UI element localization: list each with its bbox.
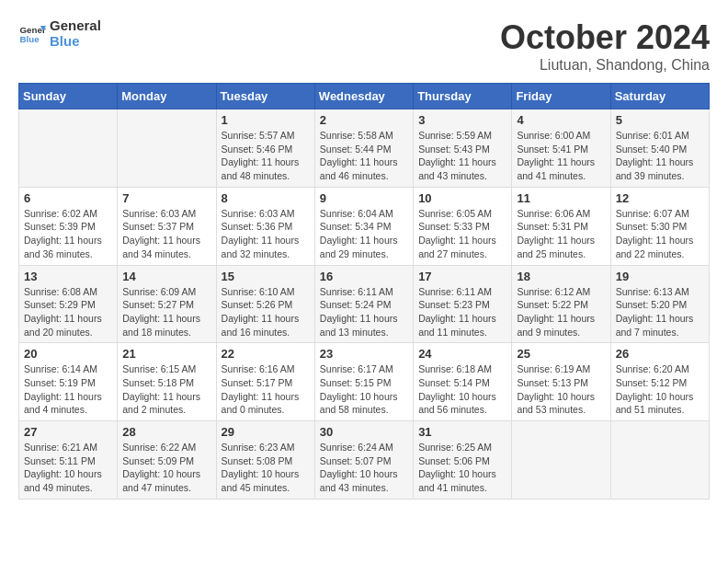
day-number: 21 (122, 347, 210, 361)
day-info: Sunrise: 6:05 AM Sunset: 5:33 PM Dayligh… (418, 207, 506, 261)
day-number: 29 (222, 425, 310, 439)
day-info: Sunrise: 6:21 AM Sunset: 5:11 PM Dayligh… (24, 441, 112, 495)
header-saturday: Saturday (610, 84, 709, 109)
day-info: Sunrise: 6:16 AM Sunset: 5:17 PM Dayligh… (222, 362, 310, 417)
logo-line1: General (50, 18, 101, 34)
header-monday: Monday (118, 84, 216, 109)
day-info: Sunrise: 6:24 AM Sunset: 5:07 PM Dayligh… (320, 441, 408, 495)
day-number: 1 (222, 113, 310, 127)
logo: General Blue General Blue (18, 18, 101, 49)
calendar-cell: 10Sunrise: 6:05 AM Sunset: 5:33 PM Dayli… (414, 187, 512, 265)
day-number: 12 (616, 191, 704, 205)
day-number: 22 (222, 347, 310, 361)
calendar-cell: 23Sunrise: 6:17 AM Sunset: 5:15 PM Dayli… (314, 343, 413, 421)
calendar-cell (19, 109, 118, 188)
day-number: 5 (616, 113, 704, 127)
header-thursday: Thursday (414, 84, 512, 109)
day-number: 28 (122, 425, 210, 439)
day-info: Sunrise: 6:13 AM Sunset: 5:20 PM Dayligh… (616, 285, 704, 339)
calendar-cell: 9Sunrise: 6:04 AM Sunset: 5:34 PM Daylig… (314, 187, 413, 265)
day-number: 30 (320, 425, 408, 439)
calendar-cell: 13Sunrise: 6:08 AM Sunset: 5:29 PM Dayli… (19, 265, 118, 343)
calendar-week-row: 1Sunrise: 5:57 AM Sunset: 5:46 PM Daylig… (19, 109, 710, 188)
day-number: 7 (122, 191, 210, 205)
day-info: Sunrise: 6:12 AM Sunset: 5:22 PM Dayligh… (517, 285, 605, 339)
day-info: Sunrise: 6:03 AM Sunset: 5:36 PM Dayligh… (222, 207, 310, 261)
calendar-cell: 24Sunrise: 6:18 AM Sunset: 5:14 PM Dayli… (414, 343, 512, 421)
logo-line2: Blue (50, 34, 101, 50)
calendar-cell: 30Sunrise: 6:24 AM Sunset: 5:07 PM Dayli… (314, 421, 413, 500)
page-header: General Blue General Blue October 2024 L… (18, 18, 710, 74)
calendar-cell: 27Sunrise: 6:21 AM Sunset: 5:11 PM Dayli… (19, 421, 118, 500)
calendar-week-row: 27Sunrise: 6:21 AM Sunset: 5:11 PM Dayli… (19, 421, 710, 500)
calendar-cell: 18Sunrise: 6:12 AM Sunset: 5:22 PM Dayli… (512, 265, 610, 343)
logo-icon: General Blue (18, 20, 46, 48)
header-tuesday: Tuesday (216, 84, 314, 109)
day-info: Sunrise: 6:06 AM Sunset: 5:31 PM Dayligh… (517, 207, 605, 261)
day-info: Sunrise: 6:01 AM Sunset: 5:40 PM Dayligh… (616, 129, 704, 183)
day-info: Sunrise: 5:57 AM Sunset: 5:46 PM Dayligh… (222, 129, 310, 183)
day-info: Sunrise: 6:08 AM Sunset: 5:29 PM Dayligh… (24, 285, 112, 339)
calendar-cell: 20Sunrise: 6:14 AM Sunset: 5:19 PM Dayli… (19, 343, 118, 421)
header-sunday: Sunday (19, 84, 118, 109)
svg-text:Blue: Blue (20, 34, 40, 44)
calendar-cell: 6Sunrise: 6:02 AM Sunset: 5:39 PM Daylig… (19, 187, 118, 265)
calendar-cell: 25Sunrise: 6:19 AM Sunset: 5:13 PM Dayli… (512, 343, 610, 421)
day-info: Sunrise: 6:04 AM Sunset: 5:34 PM Dayligh… (320, 207, 408, 261)
day-info: Sunrise: 6:09 AM Sunset: 5:27 PM Dayligh… (122, 285, 210, 339)
title-block: October 2024 Liutuan, Shandong, China (500, 18, 710, 74)
calendar-cell: 5Sunrise: 6:01 AM Sunset: 5:40 PM Daylig… (610, 109, 709, 188)
calendar-cell: 29Sunrise: 6:23 AM Sunset: 5:08 PM Dayli… (216, 421, 314, 500)
calendar-cell: 26Sunrise: 6:20 AM Sunset: 5:12 PM Dayli… (610, 343, 709, 421)
day-number: 15 (222, 270, 310, 283)
day-number: 23 (320, 347, 408, 361)
day-number: 4 (517, 113, 605, 127)
day-number: 3 (418, 113, 506, 127)
day-info: Sunrise: 6:10 AM Sunset: 5:26 PM Dayligh… (222, 285, 310, 339)
calendar-cell: 3Sunrise: 5:59 AM Sunset: 5:43 PM Daylig… (414, 109, 512, 188)
day-number: 11 (517, 191, 605, 205)
header-friday: Friday (512, 84, 610, 109)
calendar-cell: 28Sunrise: 6:22 AM Sunset: 5:09 PM Dayli… (118, 421, 216, 500)
calendar-cell: 1Sunrise: 5:57 AM Sunset: 5:46 PM Daylig… (216, 109, 314, 188)
day-number: 13 (24, 270, 112, 283)
day-number: 31 (418, 425, 506, 439)
day-info: Sunrise: 6:11 AM Sunset: 5:24 PM Dayligh… (320, 285, 408, 339)
day-info: Sunrise: 6:18 AM Sunset: 5:14 PM Dayligh… (418, 362, 506, 417)
calendar-cell: 7Sunrise: 6:03 AM Sunset: 5:37 PM Daylig… (118, 187, 216, 265)
day-info: Sunrise: 6:15 AM Sunset: 5:18 PM Dayligh… (122, 362, 210, 417)
calendar-cell: 8Sunrise: 6:03 AM Sunset: 5:36 PM Daylig… (216, 187, 314, 265)
day-number: 18 (517, 270, 605, 283)
day-number: 20 (24, 347, 112, 361)
day-number: 14 (122, 270, 210, 283)
day-info: Sunrise: 6:25 AM Sunset: 5:06 PM Dayligh… (418, 441, 506, 495)
day-info: Sunrise: 6:22 AM Sunset: 5:09 PM Dayligh… (122, 441, 210, 495)
day-info: Sunrise: 6:20 AM Sunset: 5:12 PM Dayligh… (616, 362, 704, 417)
day-number: 19 (616, 270, 704, 283)
day-number: 8 (222, 191, 310, 205)
day-info: Sunrise: 5:58 AM Sunset: 5:44 PM Dayligh… (320, 129, 408, 183)
calendar-cell: 31Sunrise: 6:25 AM Sunset: 5:06 PM Dayli… (414, 421, 512, 500)
day-number: 24 (418, 347, 506, 361)
month-title: October 2024 (500, 18, 710, 57)
header-wednesday: Wednesday (314, 84, 413, 109)
day-info: Sunrise: 6:11 AM Sunset: 5:23 PM Dayligh… (418, 285, 506, 339)
calendar-cell: 21Sunrise: 6:15 AM Sunset: 5:18 PM Dayli… (118, 343, 216, 421)
day-info: Sunrise: 6:00 AM Sunset: 5:41 PM Dayligh… (517, 129, 605, 183)
day-number: 10 (418, 191, 506, 205)
day-number: 2 (320, 113, 408, 127)
calendar-cell: 17Sunrise: 6:11 AM Sunset: 5:23 PM Dayli… (414, 265, 512, 343)
day-number: 16 (320, 270, 408, 283)
day-info: Sunrise: 6:23 AM Sunset: 5:08 PM Dayligh… (222, 441, 310, 495)
calendar-cell (512, 421, 610, 500)
day-info: Sunrise: 5:59 AM Sunset: 5:43 PM Dayligh… (418, 129, 506, 183)
day-number: 6 (24, 191, 112, 205)
day-number: 26 (616, 347, 704, 361)
calendar-cell: 12Sunrise: 6:07 AM Sunset: 5:30 PM Dayli… (610, 187, 709, 265)
day-info: Sunrise: 6:17 AM Sunset: 5:15 PM Dayligh… (320, 362, 408, 417)
day-info: Sunrise: 6:19 AM Sunset: 5:13 PM Dayligh… (517, 362, 605, 417)
day-number: 9 (320, 191, 408, 205)
calendar-cell (118, 109, 216, 188)
calendar-cell: 2Sunrise: 5:58 AM Sunset: 5:44 PM Daylig… (314, 109, 413, 188)
calendar-cell: 14Sunrise: 6:09 AM Sunset: 5:27 PM Dayli… (118, 265, 216, 343)
